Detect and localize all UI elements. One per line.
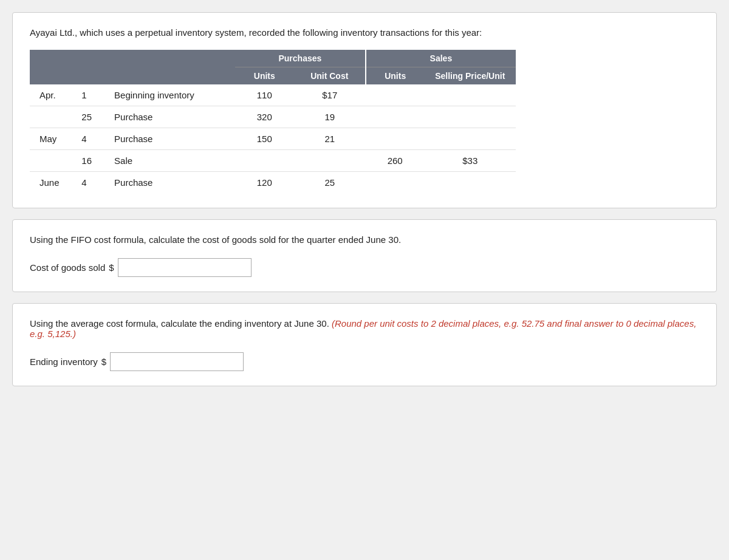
th-sub-empty-desc [104, 67, 235, 85]
avg-input-row: Ending inventory $ [30, 352, 699, 371]
inventory-table-body: Apr.1Beginning inventory110$1725Purchase… [30, 84, 516, 193]
table-row: 25Purchase32019 [30, 106, 516, 128]
avg-dollar: $ [101, 357, 106, 367]
table-row: June4Purchase12025 [30, 172, 516, 194]
intro-paragraph: Ayayai Ltd., which uses a perpetual inve… [30, 27, 699, 38]
th-sub-empty-month [30, 67, 72, 85]
th-s-selling: Selling Price/Unit [425, 67, 516, 85]
fifo-section-card: Using the FIFO cost formula, calculate t… [12, 219, 717, 292]
th-empty-desc [104, 50, 235, 67]
fifo-label: Cost of goods sold [30, 262, 105, 273]
inventory-table-card: Ayayai Ltd., which uses a perpetual inve… [12, 12, 717, 208]
average-cost-section-card: Using the average cost formula, calculat… [12, 303, 717, 386]
th-empty-day [72, 50, 104, 67]
fifo-dollar: $ [109, 262, 114, 273]
table-row: Apr.1Beginning inventory110$17 [30, 84, 516, 106]
th-s-units: Units [366, 67, 425, 85]
avg-instruction-normal: Using the average cost formula, calculat… [30, 318, 329, 329]
th-p-unit-cost: Unit Cost [294, 67, 366, 85]
fifo-input-row: Cost of goods sold $ [30, 258, 699, 277]
fifo-answer-input[interactable] [118, 258, 252, 277]
inventory-table: Purchases Sales Units Unit Cost Units Se… [30, 50, 516, 193]
th-purchases: Purchases [235, 50, 366, 67]
th-sales: Sales [366, 50, 516, 67]
th-empty-month [30, 50, 72, 67]
avg-label: Ending inventory [30, 357, 98, 367]
table-row: May4Purchase15021 [30, 128, 516, 150]
th-sub-empty-day [72, 67, 104, 85]
th-p-units: Units [235, 67, 294, 85]
table-row: 16Sale260$33 [30, 150, 516, 172]
avg-instruction: Using the average cost formula, calculat… [30, 318, 699, 339]
avg-answer-input[interactable] [110, 352, 244, 371]
fifo-instruction: Using the FIFO cost formula, calculate t… [30, 234, 699, 245]
